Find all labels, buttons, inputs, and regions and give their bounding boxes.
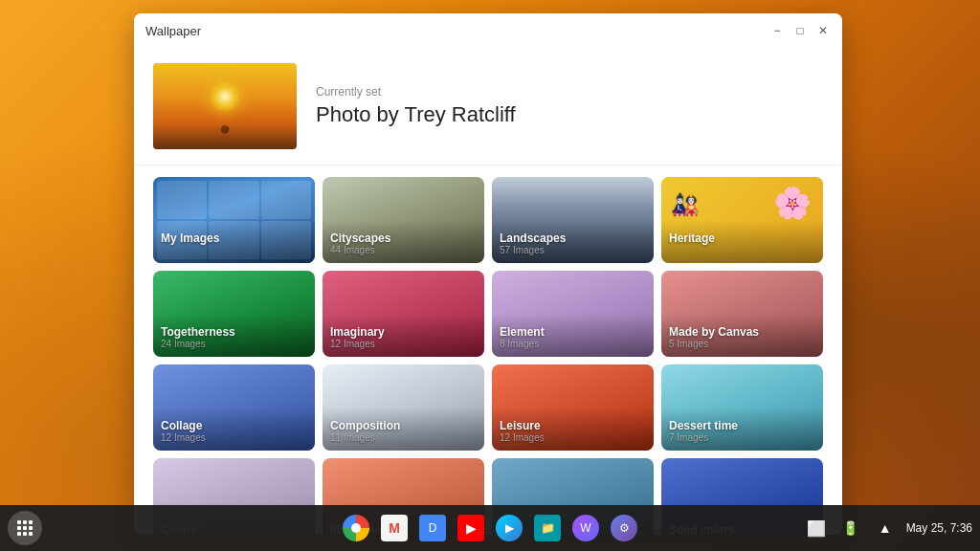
grid-item-label: Composition xyxy=(330,419,400,432)
wallpaper-grid: My Images 515 Images Cityscapes 44 Image… xyxy=(153,177,823,535)
grid-item-label: Collage xyxy=(161,419,206,432)
grid-item-label: Landscapes xyxy=(500,231,566,245)
grid-item-label: Cityscapes xyxy=(330,231,390,245)
gmail-icon: M xyxy=(381,515,408,541)
grid-overlay xyxy=(661,271,823,357)
files-icon: 📁 xyxy=(534,515,561,541)
wifi-icon[interactable]: ▲ xyxy=(872,515,899,541)
extra-app-icon: ⚙ xyxy=(611,515,637,541)
play-icon: ▶ xyxy=(496,515,523,541)
window-content: Currently set Photo by Trey Ratcliff xyxy=(134,48,842,535)
taskbar: M D ▶ ▶ 📁 W ⚙ ⬜ 🔋 ▲ May 25, 7:36 xyxy=(0,505,980,551)
maximize-button[interactable]: □ xyxy=(792,23,808,38)
current-wallpaper-name: Photo by Trey Ratcliff xyxy=(316,102,516,127)
currently-set-label: Currently set xyxy=(316,85,516,99)
current-wallpaper-info: Currently set Photo by Trey Ratcliff xyxy=(316,85,516,127)
grid-item-made-by-canvas[interactable]: Made by Canvas 5 Images xyxy=(661,271,823,357)
screen-cast-icon[interactable]: ⬜ xyxy=(803,515,830,541)
youtube-icon: ▶ xyxy=(457,515,484,541)
grid-item-element[interactable]: Element 8 Images xyxy=(492,271,654,357)
taskbar-app-play[interactable]: ▶ xyxy=(492,511,526,545)
taskbar-app-launcher: M D ▶ ▶ 📁 W ⚙ xyxy=(339,511,641,545)
grid-item-imaginary[interactable]: Imaginary 12 Images xyxy=(323,271,484,357)
wallpaper-window: Wallpaper − □ ✕ Currently set Photo by T… xyxy=(134,13,842,535)
grid-item-label: Heritage xyxy=(669,231,715,245)
docs-icon: D xyxy=(419,515,446,541)
grid-overlay xyxy=(492,177,654,263)
window-controls: − □ ✕ xyxy=(769,23,831,38)
launcher-button[interactable] xyxy=(8,511,42,545)
taskbar-app-docs[interactable]: D xyxy=(415,511,450,545)
taskbar-app-files[interactable]: 📁 xyxy=(530,511,565,545)
taskbar-left xyxy=(8,511,42,545)
battery-icon[interactable]: 🔋 xyxy=(837,515,864,541)
taskbar-app-extra[interactable]: ⚙ xyxy=(607,511,641,545)
grid-overlay xyxy=(661,364,823,451)
grid-item-label: Element xyxy=(500,325,545,339)
title-bar: Wallpaper − □ ✕ xyxy=(134,13,842,48)
grid-item-collage[interactable]: Collage 12 Images xyxy=(153,364,315,451)
close-button[interactable]: ✕ xyxy=(815,23,831,38)
system-time[interactable]: May 25, 7:36 xyxy=(906,521,972,535)
grid-overlay xyxy=(153,271,315,357)
grid-item-leisure[interactable]: Leisure 12 Images xyxy=(492,364,654,451)
grid-item-dessert-time[interactable]: Dessert time 7 Images xyxy=(661,364,823,451)
taskbar-app-chrome[interactable] xyxy=(339,511,373,545)
taskbar-app-youtube[interactable]: ▶ xyxy=(454,511,488,545)
grid-item-label: Made by Canvas xyxy=(669,325,759,339)
grid-item-label: Imaginary xyxy=(330,325,385,339)
grid-overlay xyxy=(323,177,484,263)
grid-item-landscapes[interactable]: Landscapes 57 Images xyxy=(492,177,654,263)
grid-overlay xyxy=(153,364,315,451)
grid-overlay xyxy=(492,271,654,357)
wallpaper-grid-section: My Images 515 Images Cityscapes 44 Image… xyxy=(134,165,842,535)
current-wallpaper-preview xyxy=(153,63,297,149)
grid-item-label: Dessert time xyxy=(669,419,738,432)
grid-item-label: My Images xyxy=(161,231,219,245)
grid-item-label: Leisure xyxy=(500,419,545,432)
taskbar-systray: ⬜ 🔋 ▲ May 25, 7:36 xyxy=(803,515,972,541)
chrome-icon xyxy=(343,515,369,541)
current-wallpaper-section: Currently set Photo by Trey Ratcliff xyxy=(134,48,842,165)
grid-item-cityscapes[interactable]: Cityscapes 44 Images xyxy=(323,177,484,263)
grid-item-togetherness[interactable]: Togetherness 24 Images xyxy=(153,271,315,357)
grid-overlay xyxy=(323,271,484,357)
taskbar-app-webstore[interactable]: W xyxy=(568,511,603,545)
grid-item-label: Togetherness xyxy=(161,325,235,339)
taskbar-app-gmail[interactable]: M xyxy=(377,511,412,545)
grid-overlay xyxy=(153,177,315,263)
grid-item-heritage[interactable]: 🌸 🎎 Heritage 20 Images xyxy=(661,177,823,263)
grid-item-my-images[interactable]: My Images 515 Images xyxy=(153,177,315,263)
webstore-icon: W xyxy=(572,515,599,541)
grid-overlay xyxy=(661,177,823,263)
sun-decoration xyxy=(211,82,239,111)
grid-overlay xyxy=(323,364,484,451)
minimize-button[interactable]: − xyxy=(769,23,785,38)
grid-item-composition[interactable]: Composition 11 Images xyxy=(323,364,484,451)
grid-overlay xyxy=(492,364,654,451)
window-title: Wallpaper xyxy=(145,24,201,38)
